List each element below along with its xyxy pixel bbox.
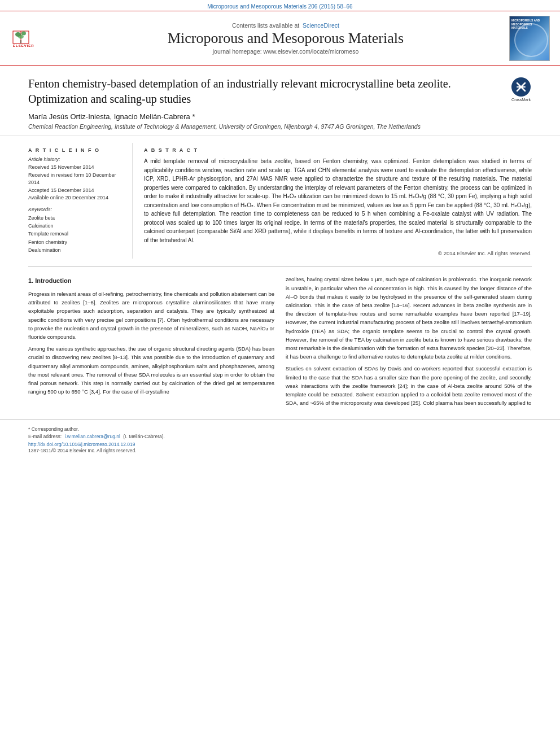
email-label: E-mail address: xyxy=(28,434,62,439)
keyword-2: Calcination xyxy=(28,222,122,230)
introduction-heading: 1. Introduction xyxy=(28,276,274,286)
elsevier-logo-icon: ELSEVIER xyxy=(10,27,55,48)
abstract-section: A B S T R A C T A mild template removal … xyxy=(133,143,532,259)
history-label: Article history: xyxy=(28,156,122,162)
received-revised-date: Received in revised form 10 December 201… xyxy=(28,172,122,187)
email-address[interactable]: i.w.melian.cabrera@rug.nl xyxy=(64,434,120,439)
journal-citation: Microporous and Mesoporous Materials 206… xyxy=(207,3,352,10)
journal-title-banner: Microporous and Mesoporous Materials xyxy=(72,30,499,47)
issn-line: 1387-1811/© 2014 Elsevier Inc. All right… xyxy=(28,448,532,453)
intro-paragraph-2: Among the various synthetic approaches, … xyxy=(28,344,274,396)
intro-paragraph-3: zeolites, having crystal sizes below 1 μ… xyxy=(286,275,532,361)
copyright-line: © 2014 Elsevier Inc. All rights reserved… xyxy=(144,250,532,256)
journal-cover-image: MICROPOROUS AND MESOPOROUS MATERIALS xyxy=(509,16,550,61)
keywords-label: Keywords: xyxy=(28,207,122,212)
cover-text: MICROPOROUS AND MESOPOROUS MATERIALS xyxy=(511,19,548,30)
abstract-text: A mild template removal of microcrystall… xyxy=(144,157,532,244)
article-title: Fenton chemistry-based detemplation of a… xyxy=(28,76,532,107)
corresponding-author-note: * Corresponding author. xyxy=(28,426,532,433)
accepted-date: Accepted 15 December 2014 xyxy=(28,187,122,195)
available-date: Available online 20 December 2014 xyxy=(28,194,122,202)
content-right-column: zeolites, having crystal sizes below 1 μ… xyxy=(286,275,532,410)
journal-banner: ELSEVIER Contents lists available at Sci… xyxy=(0,11,560,66)
email-note: E-mail address: i.w.melian.cabrera@rug.n… xyxy=(28,433,532,440)
affiliation: Chemical Reaction Engineering, Institute… xyxy=(28,123,532,130)
content-left-column: 1. Introduction Progress in relevant are… xyxy=(28,275,274,410)
intro-paragraph-1: Progress in relevant areas of oil-refini… xyxy=(28,290,274,341)
corresponding-label: * Corresponding author. xyxy=(28,426,79,432)
article-info-column: A R T I C L E I N F O Article history: R… xyxy=(28,143,133,259)
main-content: 1. Introduction Progress in relevant are… xyxy=(0,267,560,410)
svg-point-4 xyxy=(18,35,24,39)
keyword-5: Dealumination xyxy=(28,246,122,254)
keyword-1: Zeolite beta xyxy=(28,214,122,222)
footer-area: * Corresponding author. E-mail address: … xyxy=(0,420,560,453)
banner-left: ELSEVIER xyxy=(10,27,72,50)
banner-center: Contents lists available at ScienceDirec… xyxy=(72,22,499,55)
journal-homepage: journal homepage: www.elsevier.com/locat… xyxy=(72,48,499,55)
doi-link[interactable]: http://dx.doi.org/10.1016/j.micromeso.20… xyxy=(28,442,532,447)
keywords-list: Zeolite beta Calcination Template remova… xyxy=(28,214,122,255)
journal-reference-line: Microporous and Mesoporous Materials 206… xyxy=(0,0,560,11)
author-names: María Jesús Ortiz-Iniesta, Ignacio Meliá… xyxy=(28,112,195,121)
article-header: CrossMark Fenton chemistry-based detempl… xyxy=(0,66,560,136)
authors: María Jesús Ortiz-Iniesta, Ignacio Meliá… xyxy=(28,112,532,121)
svg-point-3 xyxy=(21,32,26,36)
svg-text:ELSEVIER: ELSEVIER xyxy=(13,44,34,47)
banner-right: MICROPOROUS AND MESOPOROUS MATERIALS xyxy=(499,16,550,61)
email-person: (I. Melián-Cabrera). xyxy=(123,434,165,439)
page: Microporous and Mesoporous Materials 206… xyxy=(0,0,560,747)
svg-rect-5 xyxy=(20,40,21,43)
sciencedirect-link[interactable]: ScienceDirect xyxy=(303,22,339,29)
crossmark-badge[interactable]: CrossMark xyxy=(510,78,532,100)
crossmark-icon xyxy=(515,81,527,93)
keywords-block: Keywords: Zeolite beta Calcination Templ… xyxy=(28,207,122,255)
article-info-title: A R T I C L E I N F O xyxy=(28,147,122,153)
intro-paragraph-4: Studies on solvent extraction of SDAs by… xyxy=(286,364,532,407)
contents-line: Contents lists available at ScienceDirec… xyxy=(72,22,499,29)
received-date: Received 15 November 2014 xyxy=(28,164,122,172)
article-body: A R T I C L E I N F O Article history: R… xyxy=(0,136,560,259)
abstract-title: A B S T R A C T xyxy=(144,147,532,153)
keyword-4: Fenton chemistry xyxy=(28,238,122,246)
keyword-3: Template removal xyxy=(28,230,122,238)
history-block: Article history: Received 15 November 20… xyxy=(28,156,122,202)
crossmark-label: CrossMark xyxy=(511,98,531,102)
